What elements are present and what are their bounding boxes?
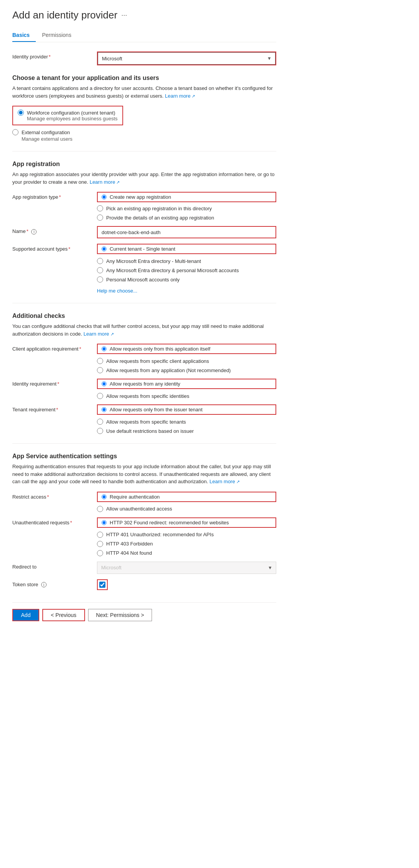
provide-details-item[interactable]: Provide the details of an existing app r… [97,215,276,221]
identity-provider-select-wrapper: Microsoft Google Facebook ▼ [97,52,276,65]
tenant-req-group: Allow requests only from the issuer tena… [97,404,276,434]
identity-req-label: Identity requirement* [12,379,97,387]
current-tenant-radio[interactable] [102,246,107,251]
workforce-sublabel: Manage employees and business guests [27,116,118,121]
redirect-to-label: Redirect to [12,562,97,570]
name-row: Name* i [12,226,276,238]
create-new-label: Create new app registration [110,194,171,200]
app-reg-learn-more-link[interactable]: Learn more [90,179,120,185]
default-restrictions-label: Use default restrictions based on issuer [106,428,194,434]
additional-checks-learn-more[interactable]: Learn more [83,331,114,337]
additional-checks-title: Additional checks [12,313,276,319]
account-types-content: Current tenant - Single tenant Any Micro… [97,244,276,294]
this-app-only-radio[interactable] [102,346,107,351]
personal-only-radio[interactable] [97,276,103,283]
name-input[interactable] [97,226,276,238]
http-403-radio[interactable] [97,541,103,547]
specific-identities-item[interactable]: Allow requests from specific identities [97,393,276,399]
app-reg-desc: An app registration associates your iden… [12,171,276,186]
client-app-req-content: Allow requests only from this applicatio… [97,344,276,373]
tenant-section-title: Choose a tenant for your application and… [12,75,276,81]
create-new-radio[interactable] [102,195,107,200]
account-types-row: Supported account types* Current tenant … [12,244,276,294]
token-store-checkbox[interactable] [99,582,105,588]
external-sublabel: Manage external users [22,136,276,142]
tenant-section-desc: A tenant contains applications and a dir… [12,85,276,100]
app-registration-section: App registration An app registration ass… [12,161,276,294]
pick-existing-item[interactable]: Pick an existing app registration in thi… [97,205,276,211]
pick-existing-radio[interactable] [97,205,103,211]
http-403-item[interactable]: HTTP 403 Forbidden [97,541,276,547]
app-service-auth-learn-more[interactable]: Learn more [209,479,240,484]
redirect-to-select[interactable]: Microsoft [97,562,276,574]
http-302-radio[interactable] [102,520,107,525]
specific-clients-item[interactable]: Allow requests from specific client appl… [97,358,276,364]
multi-personal-item[interactable]: Any Microsoft Entra directory & personal… [97,267,276,273]
tab-permissions[interactable]: Permissions [42,29,77,42]
any-application-item[interactable]: Allow requests from any application (Not… [97,367,276,373]
name-content [97,226,276,238]
token-store-content [97,579,276,590]
app-reg-title: App registration [12,161,276,168]
workforce-radio-item[interactable]: Workforce configuration (current tenant) [18,110,118,116]
default-restrictions-radio[interactable] [97,428,103,434]
specific-identities-label: Allow requests from specific identities [106,393,189,399]
external-radio-item[interactable]: External configuration [12,129,276,135]
redirect-to-content: Microsoft ▼ [97,562,276,574]
http-302-label: HTTP 302 Found redirect: recommended for… [110,520,229,525]
identity-req-row: Identity requirement* Allow requests fro… [12,379,276,399]
specific-clients-radio[interactable] [97,358,103,364]
external-radio[interactable] [12,129,18,135]
identity-provider-row: Identity provider* Microsoft Google Face… [12,52,276,65]
identity-provider-select[interactable]: Microsoft Google Facebook [98,52,275,65]
specific-identities-radio[interactable] [97,393,103,399]
client-app-req-row: Client application requirement* Allow re… [12,344,276,373]
next-button[interactable]: Next: Permissions > [88,609,152,621]
any-application-radio[interactable] [97,367,103,373]
name-info-icon: i [31,229,37,234]
unauth-requests-row: Unauthenticated requests* HTTP 302 Found… [12,517,276,556]
previous-button[interactable]: < Previous [42,609,85,621]
require-auth-radio[interactable] [102,494,107,499]
multi-personal-label: Any Microsoft Entra directory & personal… [106,268,239,273]
tab-bar: Basics Permissions [12,29,276,42]
token-store-row: Token store i [12,579,276,590]
http-401-item[interactable]: HTTP 401 Unauthorized: recommended for A… [97,532,276,538]
client-app-req-group: Allow requests only from this applicatio… [97,344,276,373]
specific-tenants-radio[interactable] [97,419,103,425]
specific-tenants-item[interactable]: Allow requests from specific tenants [97,419,276,425]
http-404-radio[interactable] [97,550,103,556]
tenant-learn-more-link[interactable]: Learn more [165,93,195,99]
default-restrictions-item[interactable]: Use default restrictions based on issuer [97,428,276,434]
this-app-only-outlined: Allow requests only from this applicatio… [97,344,276,354]
client-app-req-label: Client application requirement* [12,344,97,352]
require-auth-outlined: Require authentication [97,492,276,502]
additional-checks-desc: You can configure additional checks that… [12,323,276,338]
identity-provider-label: Identity provider* [12,52,97,60]
allow-unauth-radio[interactable] [97,506,103,512]
identity-provider-content: Microsoft Google Facebook ▼ [97,52,276,65]
multi-personal-radio[interactable] [97,267,103,273]
tenant-req-row: Tenant requirement* Allow requests only … [12,404,276,434]
http-404-label: HTTP 404 Not found [106,550,152,556]
personal-only-item[interactable]: Personal Microsoft accounts only [97,276,276,283]
identity-req-content: Allow requests from any identity Allow r… [97,379,276,399]
tab-basics[interactable]: Basics [12,29,36,42]
multi-tenant-radio[interactable] [97,258,103,264]
http-401-radio[interactable] [97,532,103,538]
personal-only-label: Personal Microsoft accounts only [106,277,180,283]
multi-tenant-item[interactable]: Any Microsoft Entra directory - Multi-te… [97,258,276,264]
add-button[interactable]: Add [12,609,39,621]
divider-1 [12,151,276,151]
provide-details-radio[interactable] [97,215,103,221]
issuer-tenant-label: Allow requests only from the issuer tena… [110,407,202,412]
current-tenant-outlined: Current tenant - Single tenant [97,244,276,254]
allow-unauth-item[interactable]: Allow unauthenticated access [97,506,276,512]
ellipsis-menu[interactable]: ··· [121,11,127,19]
any-identity-radio[interactable] [102,381,107,386]
issuer-tenant-radio[interactable] [102,407,107,412]
http-404-item[interactable]: HTTP 404 Not found [97,550,276,556]
http-403-label: HTTP 403 Forbidden [106,541,153,547]
help-choose-link[interactable]: Help me choose... [97,288,276,294]
workforce-radio[interactable] [18,110,24,116]
